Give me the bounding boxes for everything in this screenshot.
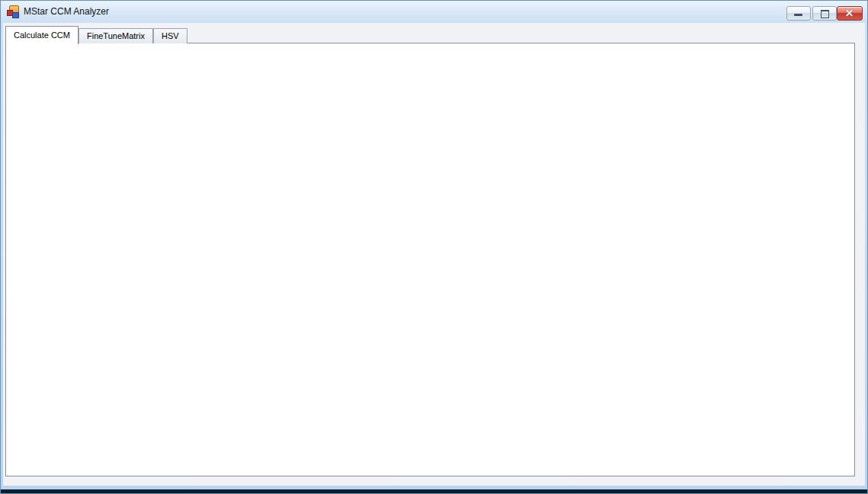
tab-strip: Calculate CCMFineTuneMatrixHSV [5, 25, 187, 43]
mstar-ccm-analyzer-window: { "window": {"title": "MStar CCM Analyze… [0, 0, 868, 494]
window-title: MStar CCM Analyzer [24, 6, 109, 17]
minimize-button[interactable] [786, 6, 811, 21]
close-button[interactable] [837, 6, 863, 21]
title-bar[interactable]: MStar CCM Analyzer [0, 0, 868, 23]
window-bottom-edge [0, 489, 868, 494]
tab-hsv[interactable]: HSV [153, 28, 187, 43]
app-window-icon [7, 5, 19, 18]
tab-finetunematrix[interactable]: FineTuneMatrix [78, 28, 153, 43]
maximize-button[interactable] [812, 6, 837, 21]
minimize-icon [794, 14, 802, 16]
maximize-icon [821, 10, 829, 18]
tab-page-calculate-ccm [5, 43, 855, 476]
tab-calculate-ccm[interactable]: Calculate CCM [5, 26, 78, 44]
